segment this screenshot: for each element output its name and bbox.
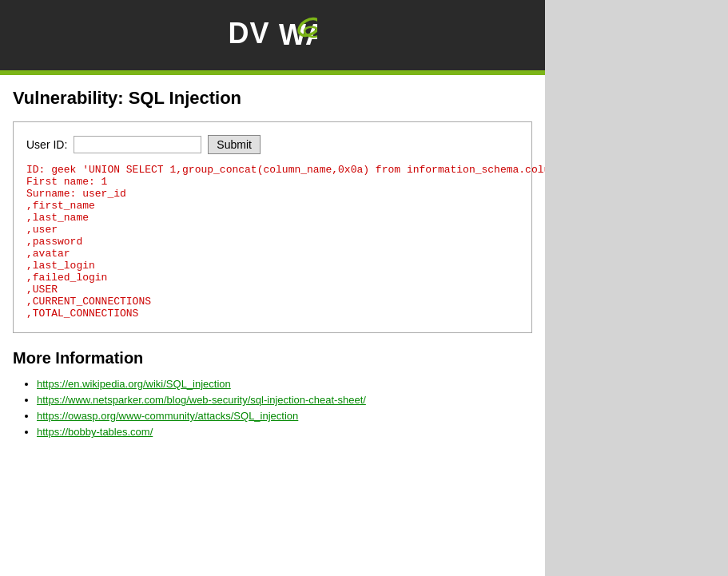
- logo: DV WA: [228, 13, 316, 58]
- output-line-9: ,last_login: [26, 260, 519, 272]
- list-item: https://owasp.org/www-community/attacks/…: [37, 409, 532, 422]
- output-line-7: ,password: [26, 236, 519, 248]
- output-line-3: Surname: user_id: [26, 188, 519, 200]
- output-line-1: ID: geek 'UNION SELECT 1,group_concat(co…: [26, 164, 519, 176]
- output-line-13: ,TOTAL_CONNECTIONS: [26, 308, 519, 320]
- list-item: https://www.netsparker.com/blog/web-secu…: [37, 393, 532, 406]
- output-area: ID: geek 'UNION SELECT 1,group_concat(co…: [26, 164, 519, 320]
- link-netsparker[interactable]: https://www.netsparker.com/blog/web-secu…: [37, 394, 366, 406]
- logo-text: DV WA: [228, 13, 316, 58]
- link-bobby-tables[interactable]: https://bobby-tables.com/: [37, 426, 153, 438]
- output-line-8: ,avatar: [26, 248, 519, 260]
- list-item: https://en.wikipedia.org/wiki/SQL_inject…: [37, 377, 532, 390]
- submit-button[interactable]: Submit: [208, 135, 261, 154]
- right-sidebar: [545, 0, 728, 576]
- more-info-title: More Information: [13, 349, 532, 367]
- link-owasp[interactable]: https://owasp.org/www-community/attacks/…: [37, 410, 298, 422]
- user-id-label: User ID:: [26, 138, 67, 151]
- form-box: User ID: Submit ID: geek 'UNION SELECT 1…: [13, 121, 532, 333]
- output-line-12: ,CURRENT_CONNECTIONS: [26, 296, 519, 308]
- output-line-6: ,user: [26, 224, 519, 236]
- form-row: User ID: Submit: [26, 135, 519, 154]
- list-item: https://bobby-tables.com/: [37, 425, 532, 438]
- output-line-5: ,last_name: [26, 212, 519, 224]
- page-title: Vulnerability: SQL Injection: [13, 88, 532, 109]
- output-line-2: First name: 1: [26, 176, 519, 188]
- link-wikipedia[interactable]: https://en.wikipedia.org/wiki/SQL_inject…: [37, 378, 231, 390]
- output-line-10: ,failed_login: [26, 272, 519, 284]
- user-id-input[interactable]: [74, 136, 201, 153]
- more-info-list: https://en.wikipedia.org/wiki/SQL_inject…: [13, 377, 532, 438]
- main-content: Vulnerability: SQL Injection User ID: Su…: [0, 75, 545, 576]
- logo-icon: WA: [279, 13, 317, 54]
- output-line-11: ,USER: [26, 284, 519, 296]
- output-line-4: ,first_name: [26, 200, 519, 212]
- header: DV WA: [0, 0, 545, 70]
